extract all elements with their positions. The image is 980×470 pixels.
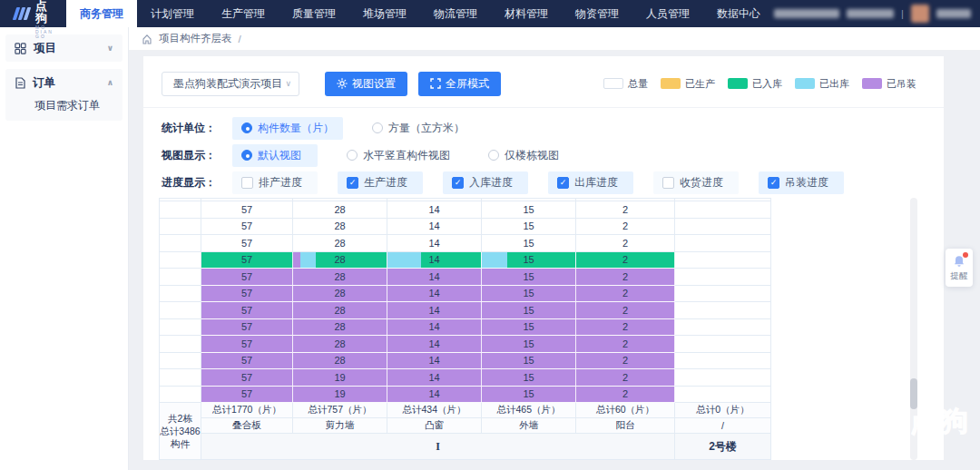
total-cell: 总计757（片） [293, 403, 387, 418]
logo-text: 墨点狗 [35, 0, 54, 24]
project-select-value: 墨点狗装配式演示项目 [173, 76, 282, 92]
status-legend: 总量已生产已入库已出库已吊装 [603, 77, 926, 91]
row-header-cell [159, 302, 201, 319]
fullscreen-button[interactable]: 全屏模式 [418, 72, 501, 96]
total-cell: 总计465（片） [482, 403, 576, 418]
value-cell: 2 [576, 387, 675, 404]
nav-menu-item[interactable]: 堆场管理 [349, 0, 420, 27]
option-label: 入库进度 [469, 175, 513, 191]
fullscreen-label: 全屏模式 [446, 76, 489, 92]
component-type-cell: 凸窗 [387, 418, 482, 434]
reminder-widget[interactable]: 提醒 [946, 249, 973, 287]
radio-icon[interactable] [488, 150, 499, 161]
row-header-cell [159, 286, 201, 303]
legend-label: 已出库 [819, 77, 849, 91]
component-type-cell: 阳台 [576, 418, 675, 434]
checkbox-checked-icon[interactable]: ✓ [557, 177, 569, 189]
checkbox-option[interactable]: 收货进度 [653, 171, 739, 194]
checkbox-option[interactable]: ✓生产进度 [338, 171, 423, 194]
top-navbar: 墨点狗 MO DIAN GO 商务管理计划管理生产管理质量管理堆场管理物流管理材… [0, 0, 980, 27]
value-cell: 28 [293, 336, 387, 353]
value-cell: 15 [482, 369, 576, 387]
table-row: 572814152 [159, 201, 919, 219]
radio-icon[interactable] [347, 150, 358, 161]
value-cell [675, 387, 771, 404]
table-row: 572814152 [159, 235, 919, 252]
table-row: 572814152 [159, 302, 919, 319]
nav-menu-item[interactable]: 生产管理 [208, 0, 279, 27]
progress-options: 排产进度✓生产进度✓入库进度✓出库进度收货进度✓吊装进度 [232, 171, 864, 194]
legend-label: 已生产 [685, 77, 715, 91]
checkbox-checked-icon[interactable]: ✓ [452, 177, 464, 189]
checkbox-option[interactable]: 排产进度 [232, 171, 318, 194]
checkbox-icon[interactable] [241, 177, 253, 189]
checkbox-option[interactable]: ✓吊装进度 [759, 171, 844, 194]
avatar[interactable] [911, 5, 929, 23]
value-cell: 57 [201, 353, 293, 370]
radio-option[interactable]: 仅楼栋视图 [479, 144, 568, 167]
blurred-company-name [774, 9, 839, 18]
option-label: 出库进度 [574, 175, 618, 191]
radio-option[interactable]: 构件数量（片） [232, 117, 343, 140]
table-row: 572814152 [159, 252, 919, 269]
checkbox-option[interactable]: ✓入库进度 [443, 171, 528, 194]
value-cell: 15 [482, 353, 576, 370]
total-cell: 总计60（片） [576, 403, 675, 418]
table-row: 572814152 [159, 269, 919, 286]
nav-menu-item[interactable]: 物流管理 [420, 0, 491, 27]
filter-label: 统计单位： [162, 121, 232, 136]
sidebar: 项目 ∨ 订单 ∧ 项目需求订单 [0, 27, 129, 470]
nav-menu-item[interactable]: 物资管理 [562, 0, 632, 27]
radio-selected-icon[interactable] [241, 122, 252, 133]
radio-selected-icon[interactable] [241, 150, 252, 161]
table-scrollbar [910, 198, 917, 460]
row-header-cell [159, 319, 201, 337]
value-cell: 2 [576, 336, 675, 353]
scrollbar-thumb[interactable] [910, 378, 917, 409]
nav-menu-item[interactable]: 人员管理 [632, 0, 703, 27]
value-cell: 14 [387, 302, 482, 319]
checkbox-option[interactable]: ✓出库进度 [548, 171, 633, 194]
home-icon[interactable] [142, 34, 152, 44]
total-cell: 总计0（片） [675, 403, 771, 418]
breadcrumb-page[interactable]: 项目构件齐层表 [159, 32, 232, 45]
content-card: 墨点狗装配式演示项目 ∨ 视图设置 全屏模式 总量已生产已入库已出库已吊装 统计… [143, 56, 944, 460]
view-settings-button[interactable]: 视图设置 [325, 72, 407, 96]
blurred-company-name-2 [847, 9, 894, 18]
sidebar-item-project[interactable]: 项目 ∨ [5, 34, 122, 62]
nav-menu-item[interactable]: 材料管理 [491, 0, 562, 27]
legend-swatch [862, 78, 882, 89]
value-cell: 14 [387, 286, 482, 303]
chevron-up-icon: ∧ [107, 78, 113, 87]
value-cell: 57 [201, 302, 293, 319]
component-type-cell: 叠合板 [201, 418, 293, 434]
nav-menu-item[interactable]: 质量管理 [279, 0, 349, 27]
value-cell: 14 [387, 336, 482, 353]
value-cell: 2 [576, 286, 675, 303]
value-cell: 2 [576, 219, 675, 236]
radio-icon[interactable] [372, 122, 383, 133]
building-row: I2号楼 [201, 434, 771, 460]
value-cell: 57 [201, 319, 293, 337]
checkbox-icon[interactable] [662, 177, 674, 189]
legend-label: 已入库 [752, 77, 782, 91]
value-cell: 15 [482, 319, 576, 337]
nav-menu-item[interactable]: 商务管理 [66, 0, 137, 27]
checkbox-checked-icon[interactable]: ✓ [768, 177, 779, 189]
value-cell: 14 [387, 369, 482, 387]
value-cell: 2 [576, 319, 675, 337]
nav-menu-item[interactable]: 计划管理 [137, 0, 208, 27]
checkbox-checked-icon[interactable]: ✓ [347, 177, 358, 189]
project-select[interactable]: 墨点狗装配式演示项目 ∨ [162, 72, 299, 96]
option-label: 水平竖直构件视图 [363, 148, 450, 163]
divider [143, 107, 944, 108]
nav-menu-item[interactable]: 数据中心 [703, 0, 774, 27]
radio-option[interactable]: 水平竖直构件视图 [338, 144, 459, 167]
value-cell: 15 [482, 269, 576, 286]
sidebar-item-order[interactable]: 订单 ∧ [5, 69, 122, 96]
radio-option[interactable]: 方量（立方米） [363, 117, 474, 140]
option-label: 仅楼栋视图 [505, 148, 559, 163]
breadcrumb: 项目构件齐层表 / [129, 27, 980, 51]
radio-option[interactable]: 默认视图 [232, 144, 318, 167]
sidebar-subitem-project-demand-order[interactable]: 项目需求订单 [5, 96, 122, 121]
